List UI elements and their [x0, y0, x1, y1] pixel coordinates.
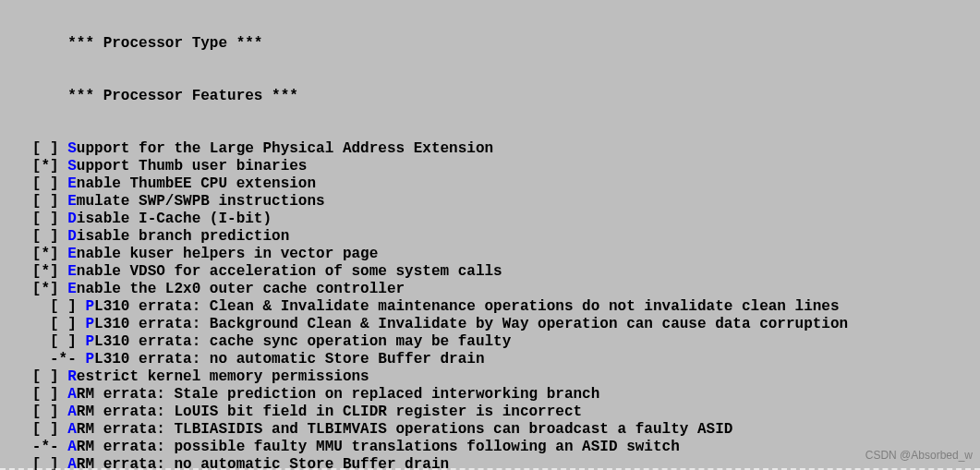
option-mark[interactable]: [ ]: [50, 333, 85, 350]
option-label: upport Thumb user binaries: [77, 158, 308, 175]
option-mark[interactable]: [ ]: [32, 211, 67, 227]
option-hotkey: A: [67, 439, 77, 455]
option-mark[interactable]: [ ]: [32, 193, 67, 210]
config-option[interactable]: [ ] Disable I-Cache (I-bit): [6, 211, 980, 228]
option-label: RM errata: Stale prediction on replaced …: [77, 386, 600, 403]
option-label: L310 errata: no automatic Store Buffer d…: [94, 351, 484, 368]
option-hotkey: E: [67, 263, 77, 280]
option-hotkey: P: [85, 333, 94, 350]
config-option[interactable]: [ ] Emulate SWP/SWPB instructions: [6, 193, 980, 211]
config-option[interactable]: -*- ARM errata: possible faulty MMU tran…: [6, 439, 980, 456]
config-option[interactable]: [ ] ARM errata: TLBIASIDIS and TLBIMVAIS…: [6, 421, 980, 439]
option-label: nable ThumbEE CPU extension: [77, 175, 316, 192]
option-mark[interactable]: [ ]: [32, 404, 67, 420]
option-hotkey: S: [67, 158, 77, 175]
option-hotkey: A: [67, 421, 77, 438]
option-label: upport for the Large Physical Address Ex…: [77, 140, 493, 157]
config-option[interactable]: [*] Enable VDSO for acceleration of some…: [6, 263, 980, 281]
config-option[interactable]: [ ] PL310 errata: Clean & Invalidate mai…: [6, 298, 980, 316]
option-hotkey: P: [85, 351, 94, 368]
option-hotkey: E: [67, 281, 77, 297]
config-option[interactable]: [ ] PL310 errata: Background Clean & Inv…: [6, 316, 980, 333]
option-hotkey: D: [67, 211, 77, 227]
option-hotkey: R: [67, 368, 77, 385]
option-mark[interactable]: [*]: [32, 263, 67, 280]
option-hotkey: S: [67, 140, 77, 157]
option-label: RM errata: LoUIS bit field in CLIDR regi…: [77, 404, 582, 420]
header-processor-features: *** Processor Features ***: [6, 88, 980, 105]
option-hotkey: A: [67, 404, 77, 420]
option-mark[interactable]: [*]: [32, 158, 67, 175]
option-mark[interactable]: -*-: [32, 439, 67, 455]
config-option[interactable]: [*] Enable kuser helpers in vector page: [6, 246, 980, 263]
option-hotkey: E: [67, 175, 77, 192]
option-label: L310 errata: Clean & Invalidate maintena…: [94, 298, 840, 315]
config-option[interactable]: [ ] Support for the Large Physical Addre…: [6, 140, 980, 158]
option-hotkey: E: [67, 193, 77, 210]
option-label: RM errata: TLBIASIDIS and TLBIMVAIS oper…: [77, 421, 733, 438]
option-hotkey: P: [85, 298, 94, 315]
config-option[interactable]: [*] Enable the L2x0 outer cache controll…: [6, 281, 980, 298]
option-mark[interactable]: [*]: [32, 246, 67, 262]
option-label: nable kuser helpers in vector page: [77, 246, 378, 262]
config-option[interactable]: [ ] Restrict kernel memory permissions: [6, 368, 980, 386]
option-hotkey: D: [67, 228, 77, 245]
option-hotkey: E: [67, 246, 77, 262]
option-label: isable branch prediction: [77, 228, 289, 245]
config-option-list: [ ] Support for the Large Physical Addre…: [6, 140, 980, 470]
option-mark[interactable]: [ ]: [32, 368, 67, 385]
option-mark[interactable]: [ ]: [32, 140, 67, 157]
config-option[interactable]: [ ] ARM errata: Stale prediction on repl…: [6, 386, 980, 404]
option-hotkey: A: [67, 386, 77, 403]
config-option[interactable]: [ ] ARM errata: LoUIS bit field in CLIDR…: [6, 404, 980, 421]
option-label: estrict kernel memory permissions: [77, 368, 369, 385]
option-mark[interactable]: [ ]: [32, 386, 67, 403]
config-option[interactable]: [ ] Enable ThumbEE CPU extension: [6, 175, 980, 193]
option-hotkey: P: [85, 316, 94, 332]
option-mark[interactable]: [ ]: [50, 316, 85, 332]
menuconfig-screen: *** Processor Type *** *** Processor Fea…: [0, 0, 980, 470]
option-label: nable VDSO for acceleration of some syst…: [77, 263, 502, 280]
option-label: mulate SWP/SWPB instructions: [77, 193, 325, 210]
option-mark[interactable]: -*-: [50, 351, 85, 368]
option-mark[interactable]: [*]: [32, 281, 67, 297]
option-label: L310 errata: Background Clean & Invalida…: [94, 316, 848, 332]
option-label: RM errata: possible faulty MMU translati…: [77, 439, 680, 455]
config-option[interactable]: [*] Support Thumb user binaries: [6, 158, 980, 175]
header-processor-type: *** Processor Type ***: [6, 35, 980, 53]
config-option[interactable]: -*- PL310 errata: no automatic Store Buf…: [6, 351, 980, 368]
option-label: nable the L2x0 outer cache controller: [77, 281, 405, 297]
option-label: isable I-Cache (I-bit): [77, 211, 272, 227]
option-mark[interactable]: [ ]: [32, 175, 67, 192]
option-mark[interactable]: [ ]: [32, 228, 67, 245]
config-option[interactable]: [ ] Disable branch prediction: [6, 228, 980, 246]
option-label: L310 errata: cache sync operation may be…: [94, 333, 511, 350]
config-option[interactable]: [ ] PL310 errata: cache sync operation m…: [6, 333, 980, 351]
option-mark[interactable]: [ ]: [50, 298, 85, 315]
option-mark[interactable]: [ ]: [32, 421, 67, 438]
